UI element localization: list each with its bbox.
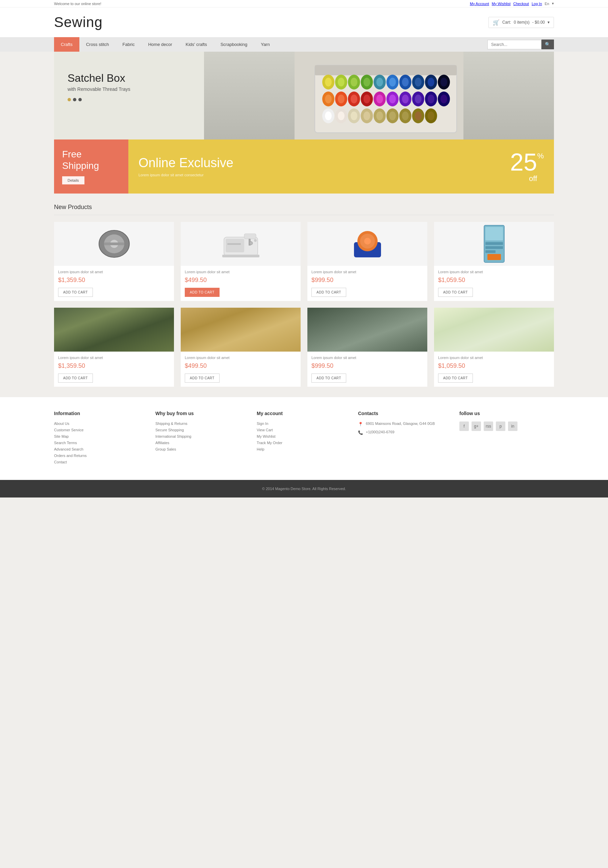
hero-dot-2[interactable] bbox=[73, 98, 76, 101]
product-svg-2 bbox=[219, 227, 263, 261]
product-price-3: $999.50 bbox=[312, 277, 423, 284]
add-to-cart-btn-5[interactable]: ADD TO CART bbox=[58, 374, 93, 383]
product-info-6: Lorem ipsum dolor sit amet $499.50 ADD T… bbox=[181, 352, 301, 387]
footer-link-advanced[interactable]: Advanced Search bbox=[54, 447, 149, 451]
svg-point-46 bbox=[338, 112, 344, 120]
product-desc-1: Lorem ipsum dolor sit amet bbox=[58, 270, 170, 274]
search-button[interactable]: 🔍 bbox=[541, 40, 554, 49]
nav-item-home-decor[interactable]: Home decor bbox=[141, 37, 179, 52]
footer-link-about[interactable]: About Us bbox=[54, 422, 149, 426]
nav-item-crafts[interactable]: Crafts bbox=[54, 37, 79, 52]
add-to-cart-btn-4[interactable]: ADD TO CART bbox=[438, 288, 473, 297]
footer-link-customer[interactable]: Customer Service bbox=[54, 428, 149, 432]
svg-point-20 bbox=[428, 78, 434, 87]
nav-item-fabric[interactable]: Fabric bbox=[116, 37, 141, 52]
add-to-cart-btn-8[interactable]: ADD TO CART bbox=[438, 374, 473, 383]
exclusive-banner: Online Exclusive Lorem ipsum dolor sit a… bbox=[128, 140, 554, 194]
svg-point-8 bbox=[351, 78, 357, 87]
product-card-6: Lorem ipsum dolor sit amet $499.50 ADD T… bbox=[181, 308, 301, 387]
footer-link-international[interactable]: International Shipping bbox=[155, 434, 250, 439]
contact-address: 6901 Mainsons Road, Glasgow, G44 0GB bbox=[366, 422, 435, 426]
product-image-3 bbox=[307, 222, 427, 266]
language-selector[interactable]: En bbox=[545, 2, 549, 6]
product-image-6 bbox=[181, 308, 301, 352]
nav-item-kids-crafts[interactable]: Kids' crafts bbox=[179, 37, 214, 52]
phone-icon: 📞 bbox=[358, 430, 363, 435]
svg-point-26 bbox=[338, 95, 344, 103]
linkedin-icon[interactable]: in bbox=[508, 422, 518, 431]
svg-rect-79 bbox=[485, 242, 503, 245]
footer-link-group[interactable]: Group Sales bbox=[155, 447, 250, 451]
hero-subtitle: with Removable Thread Trays bbox=[68, 87, 130, 92]
product-info-2: Lorem ipsum dolor sit amet $499.50 ADD T… bbox=[181, 266, 301, 301]
my-account-link[interactable]: My Account bbox=[470, 2, 489, 6]
hero-dot-3[interactable] bbox=[78, 98, 82, 101]
svg-point-18 bbox=[415, 78, 422, 87]
footer-link-orders[interactable]: Orders and Returns bbox=[54, 454, 149, 458]
footer-contacts: Contacts 📍 6901 Mainsons Road, Glasgow, … bbox=[358, 411, 453, 467]
rss-icon[interactable]: rss bbox=[484, 422, 493, 431]
footer-link-help[interactable]: Help bbox=[257, 447, 351, 451]
product-card-8: Lorem ipsum dolor sit amet $1,059.50 ADD… bbox=[434, 308, 554, 387]
hero-image bbox=[204, 52, 554, 140]
googleplus-icon[interactable]: g+ bbox=[472, 422, 481, 431]
svg-point-42 bbox=[440, 95, 447, 103]
nav-item-yarn[interactable]: Yarn bbox=[254, 37, 277, 52]
footer-link-viewcart[interactable]: View Cart bbox=[257, 428, 351, 432]
product-desc-5: Lorem ipsum dolor sit amet bbox=[58, 356, 170, 360]
svg-point-58 bbox=[415, 112, 422, 120]
footer-link-sitemap[interactable]: Site Map bbox=[54, 434, 149, 439]
product-image-8 bbox=[434, 308, 554, 352]
free-shipping-banner: Free Shipping Details bbox=[54, 140, 128, 194]
add-to-cart-btn-3[interactable]: ADD TO CART bbox=[312, 288, 346, 297]
add-to-cart-btn-1[interactable]: ADD TO CART bbox=[58, 288, 93, 297]
hero-dot-1[interactable] bbox=[68, 98, 71, 101]
product-price-6: $499.50 bbox=[185, 363, 296, 369]
footer-link-wishlist[interactable]: My Wishlist bbox=[257, 434, 351, 439]
product-info-7: Lorem ipsum dolor sit amet $999.50 ADD T… bbox=[307, 352, 427, 387]
footer-link-signin[interactable]: Sign In bbox=[257, 422, 351, 426]
facebook-icon[interactable]: f bbox=[459, 422, 469, 431]
svg-point-40 bbox=[428, 95, 434, 103]
footer-link-secure[interactable]: Secure Shopping bbox=[155, 428, 250, 432]
add-to-cart-btn-7[interactable]: ADD TO CART bbox=[312, 374, 346, 383]
footer-link-track[interactable]: Track My Order bbox=[257, 441, 351, 445]
footer-link-affiliates[interactable]: Affiliates bbox=[155, 441, 250, 445]
footer-link-contact[interactable]: Contact bbox=[54, 460, 149, 464]
cart-dropdown-icon: ▾ bbox=[548, 20, 549, 25]
product-desc-8: Lorem ipsum dolor sit amet bbox=[438, 356, 550, 360]
footer-contacts-title: Contacts bbox=[358, 411, 453, 416]
footer-link-search[interactable]: Search Terms bbox=[54, 441, 149, 445]
login-link[interactable]: Log In bbox=[532, 2, 542, 6]
my-wishlist-link[interactable]: My Wishlist bbox=[492, 2, 511, 6]
checkout-link[interactable]: Checkout bbox=[513, 2, 529, 6]
footer-information: Information About Us Customer Service Si… bbox=[54, 411, 149, 467]
svg-point-69 bbox=[249, 242, 253, 245]
add-to-cart-btn-2[interactable]: ADD TO CART bbox=[185, 288, 220, 297]
details-button[interactable]: Details bbox=[62, 176, 84, 184]
product-price-1: $1,359.50 bbox=[58, 277, 170, 284]
product-svg-4 bbox=[481, 223, 508, 264]
svg-point-22 bbox=[440, 78, 447, 87]
welcome-text: Welcome to our online store! bbox=[54, 2, 101, 6]
search-input[interactable] bbox=[487, 40, 541, 49]
add-to-cart-btn-6[interactable]: ADD TO CART bbox=[185, 374, 220, 383]
contact-phone: +1(000)240-6769 bbox=[366, 430, 394, 434]
nav-item-cross-stitch[interactable]: Cross stitch bbox=[79, 37, 116, 52]
svg-rect-71 bbox=[222, 255, 259, 257]
product-info-4: Lorem ipsum dolor sit amet $1,059.50 ADD… bbox=[434, 266, 554, 301]
cart-items: 0 item(s) bbox=[514, 20, 530, 25]
pinterest-icon[interactable]: p bbox=[496, 422, 505, 431]
contact-phone-item: 📞 +1(000)240-6769 bbox=[358, 430, 453, 435]
product-price-4: $1,059.50 bbox=[438, 277, 550, 284]
footer-link-shipping[interactable]: Shipping & Returns bbox=[155, 422, 250, 426]
cart-area[interactable]: 🛒 Cart: 0 item(s) - $0.00 ▾ bbox=[489, 17, 554, 28]
free-shipping-title: Free Shipping bbox=[62, 149, 120, 171]
copyright-text: © 2014 Magento Demo Store. All Rights Re… bbox=[262, 487, 346, 491]
footer-follow-us: follow us f g+ rss p in bbox=[459, 411, 554, 467]
nav-item-scrapbooking[interactable]: Scrapbooking bbox=[214, 37, 254, 52]
new-products-title: New Products bbox=[54, 204, 554, 215]
cart-price: - $0.00 bbox=[532, 20, 545, 25]
social-icons: f g+ rss p in bbox=[459, 422, 554, 431]
svg-point-52 bbox=[376, 112, 383, 120]
